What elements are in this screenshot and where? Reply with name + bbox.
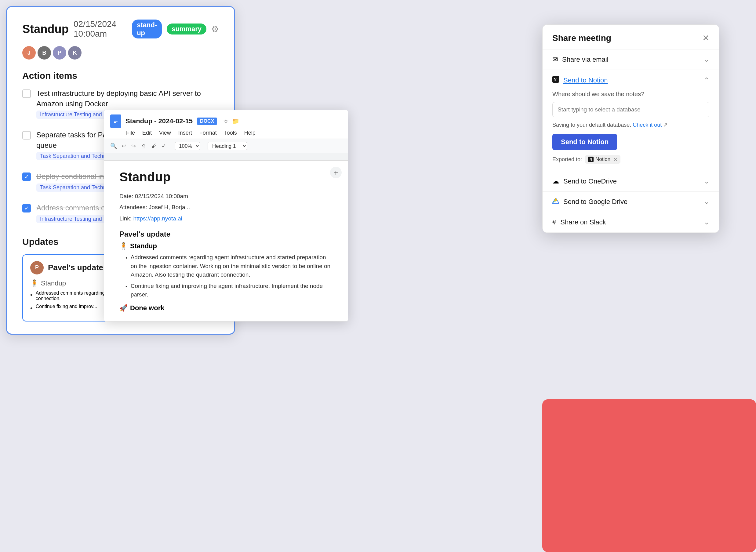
notion-chip: N Notion ✕ xyxy=(585,155,620,164)
checkbox-ai1[interactable] xyxy=(22,90,31,98)
modal-title: Share meeting xyxy=(552,33,611,43)
checkbox-ai4[interactable]: ✓ xyxy=(22,204,31,213)
gdoc-section-title: Pavel's update xyxy=(119,230,332,239)
share-gdrive-left: Send to Google Drive xyxy=(552,198,627,206)
onedrive-chevron-icon: ⌄ xyxy=(704,177,709,185)
send-to-notion-button[interactable]: Send to Notion xyxy=(552,134,617,150)
share-notion-label: Send to Notion xyxy=(563,76,608,84)
share-slack-left: # Share on Slack xyxy=(552,218,606,226)
gdoc-bullet-text: Addressed comments regarding agent infra… xyxy=(131,253,332,279)
notion-chip-remove-button[interactable]: ✕ xyxy=(613,157,617,162)
share-onedrive-label: Send to OneDrive xyxy=(563,177,617,185)
checkbox-ai2[interactable] xyxy=(22,131,31,140)
gdoc-content-wrap: Standup Date: 02/15/2024 10:00am Attende… xyxy=(104,161,348,321)
update-section: Standup xyxy=(41,279,66,287)
gdoc-done-work-label: Done work xyxy=(130,304,164,312)
standup-badge: stand-up xyxy=(132,19,162,38)
settings-icon[interactable]: ⚙ xyxy=(211,24,219,34)
undo-btn[interactable]: ↩ xyxy=(121,141,128,150)
menu-insert[interactable]: Insert xyxy=(178,130,192,136)
summary-badge: summary xyxy=(167,23,206,34)
gdoc-toolbar: 🔍 ↩ ↪ 🖨 🖌 ✓ 100% 75% 125% Heading 1 Norm… xyxy=(104,139,348,153)
menu-edit[interactable]: Edit xyxy=(142,130,152,136)
gdoc-content: Standup Date: 02/15/2024 10:00am Attende… xyxy=(104,161,348,321)
gdoc-filename: Standup - 2024-02-15 xyxy=(126,117,193,125)
menu-format[interactable]: Format xyxy=(199,130,217,136)
update-author: Pavel's update xyxy=(48,263,103,272)
check-it-out-link[interactable]: Check it out xyxy=(633,122,662,128)
menu-help[interactable]: Help xyxy=(244,130,256,136)
action-items-title: Action items xyxy=(22,71,219,81)
share-slack-section: # Share on Slack ⌄ xyxy=(543,212,719,233)
gdoc-titlebar: Standup - 2024-02-15 DOCX ☆ 📁 xyxy=(104,110,348,128)
slack-chevron-icon: ⌄ xyxy=(704,218,709,226)
notion-chevron-icon: ⌃ xyxy=(704,76,709,84)
heading-select[interactable]: Heading 1 Normal text Heading 2 xyxy=(208,142,247,150)
zoom-select[interactable]: 100% 75% 125% xyxy=(175,142,200,150)
update-bullet-text: Continue fixing and improv... xyxy=(36,304,98,312)
gdoc-link[interactable]: https://app.nyota.ai xyxy=(133,215,182,222)
paint-format-btn[interactable]: 🖌 xyxy=(150,142,158,150)
menu-view[interactable]: View xyxy=(159,130,171,136)
gdoc-title: Standup xyxy=(119,170,332,184)
menu-file[interactable]: File xyxy=(126,130,135,136)
notion-expanded-content: Where should we save the notes? Saving t… xyxy=(543,91,719,171)
toolbar-separator xyxy=(204,142,204,150)
modal-close-button[interactable]: ✕ xyxy=(702,34,709,42)
svg-text:N: N xyxy=(554,78,557,82)
checkbox-ai3[interactable]: ✓ xyxy=(22,172,31,181)
svg-rect-1 xyxy=(114,120,118,120)
gdrive-chevron-icon: ⌄ xyxy=(704,198,709,206)
gdoc-menu: File Edit View Insert Format Tools Help xyxy=(104,128,348,139)
share-slack-label: Share on Slack xyxy=(560,218,606,226)
avatars-row: J B P K xyxy=(22,46,219,59)
notion-saving-text: Saving to your default database. Check i… xyxy=(552,122,709,128)
menu-tools[interactable]: Tools xyxy=(224,130,237,136)
gdoc-meta-link: Link: https://app.nyota.ai xyxy=(119,214,332,223)
notion-icon: N xyxy=(552,76,559,85)
redo-btn[interactable]: ↪ xyxy=(130,141,137,150)
gdrive-icon xyxy=(552,198,559,206)
notion-database-input[interactable] xyxy=(552,102,709,117)
gdoc-card: Standup - 2024-02-15 DOCX ☆ 📁 File Edit … xyxy=(104,110,348,321)
share-gdrive-header[interactable]: Send to Google Drive ⌄ xyxy=(543,192,719,212)
gdoc-update-title: 🧍 Standup xyxy=(119,242,332,250)
onedrive-icon: ☁ xyxy=(552,177,559,185)
gdoc-update-subtitle: Standup xyxy=(130,242,157,250)
share-gdrive-section: Send to Google Drive ⌄ xyxy=(543,192,719,212)
share-slack-header[interactable]: # Share on Slack ⌄ xyxy=(543,212,719,232)
avatar-1: J xyxy=(22,46,36,59)
share-notion-left: N Send to Notion xyxy=(552,76,608,85)
share-onedrive-section: ☁ Send to OneDrive ⌄ xyxy=(543,171,719,192)
star-icon[interactable]: ☆ xyxy=(223,118,229,125)
share-notion-section: N Send to Notion ⌃ Where should we save … xyxy=(543,70,719,171)
gdoc-docx-badge: DOCX xyxy=(197,118,217,125)
avatar-3: P xyxy=(53,46,66,59)
share-email-label: Share via email xyxy=(562,55,609,63)
email-icon: ✉ xyxy=(552,55,558,63)
action-item-text: Test infrastructure by deploying basic A… xyxy=(36,88,219,109)
svg-rect-3 xyxy=(114,122,116,123)
gdoc-bullet-2: • Continue fixing and improving the agen… xyxy=(126,282,332,299)
modal-header: Share meeting ✕ xyxy=(543,25,719,49)
update-avatar: P xyxy=(30,261,44,274)
exported-to-row: Exported to: N Notion ✕ xyxy=(552,155,709,164)
standup-title: Standup xyxy=(22,23,69,36)
notion-chip-label: Notion xyxy=(595,156,610,162)
svg-rect-2 xyxy=(114,121,118,122)
search-toolbar-btn[interactable]: 🔍 xyxy=(109,141,118,150)
avatar-2: B xyxy=(37,46,51,59)
gdoc-plus-button[interactable]: + xyxy=(330,167,342,178)
share-email-header[interactable]: ✉ Share via email ⌄ xyxy=(543,49,719,70)
share-notion-header[interactable]: N Send to Notion ⌃ xyxy=(543,70,719,91)
share-meeting-modal: Share meeting ✕ ✉ Share via email ⌄ N Se… xyxy=(542,24,719,233)
spell-check-btn[interactable]: ✓ xyxy=(160,141,167,150)
gdoc-bullet-text: Continue fixing and improving the agent … xyxy=(131,282,332,299)
folder-icon[interactable]: 📁 xyxy=(232,118,240,125)
share-email-section: ✉ Share via email ⌄ xyxy=(543,49,719,70)
share-onedrive-header[interactable]: ☁ Send to OneDrive ⌄ xyxy=(543,171,719,191)
print-btn[interactable]: 🖨 xyxy=(140,142,147,150)
gdoc-bullet-1: • Addressed comments regarding agent inf… xyxy=(126,253,332,279)
gdoc-icons-row: ☆ 📁 xyxy=(223,118,240,125)
share-gdrive-label: Send to Google Drive xyxy=(563,198,627,206)
